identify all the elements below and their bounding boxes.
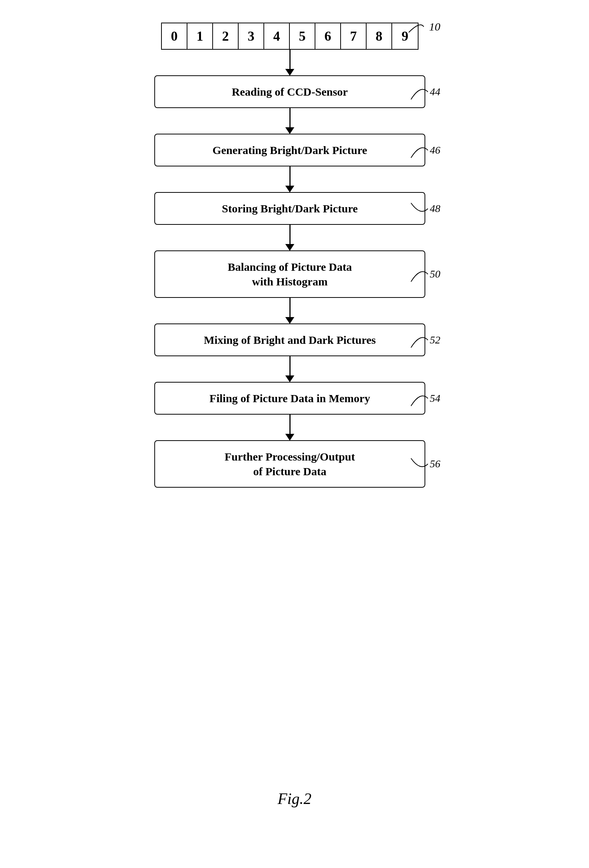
- ref-50-curve: [409, 265, 430, 284]
- step-54-box: Filing of Picture Data in Memory: [154, 382, 425, 415]
- cell-8: 8: [367, 23, 392, 49]
- step-56-label: Further Processing/Output of Picture Dat…: [166, 449, 413, 479]
- ref-56: 56: [409, 455, 440, 473]
- step-50-row: Balancing of Picture Data with Histogram…: [120, 250, 459, 298]
- arrow-5: [289, 298, 291, 323]
- ref-54-number: 54: [430, 392, 440, 404]
- arrow-3: [289, 166, 291, 192]
- ref-48-number: 48: [430, 203, 440, 215]
- ref-46: 46: [409, 141, 440, 160]
- cell-3: 3: [239, 23, 264, 49]
- ref-56-curve: [409, 455, 430, 473]
- step-54-row: Filing of Picture Data in Memory 54: [120, 382, 459, 415]
- cell-5: 5: [290, 23, 315, 49]
- ref-46-number: 46: [430, 144, 440, 156]
- ref-54-curve: [409, 389, 430, 408]
- strip-ref-label: 10: [405, 17, 440, 36]
- ref-56-number: 56: [430, 458, 440, 470]
- step-52-row: Mixing of Bright and Dark Pictures 52: [120, 323, 459, 356]
- step-50-label: Balancing of Picture Data with Histogram: [166, 259, 413, 289]
- ref-48-curve: [409, 199, 430, 218]
- cell-7: 7: [341, 23, 367, 49]
- ref-44-number: 44: [430, 86, 440, 98]
- arrow-4: [289, 225, 291, 250]
- figure-label: Fig.2: [278, 790, 312, 808]
- diagram-container: 0 1 2 3 4 5 6 7 8 9 10 Reading of CCD-Se…: [45, 23, 534, 488]
- step-46-row: Generating Bright/Dark Picture 46: [120, 134, 459, 166]
- step-54-label: Filing of Picture Data in Memory: [166, 391, 413, 406]
- cell-0: 0: [162, 23, 187, 49]
- number-strip: 0 1 2 3 4 5 6 7 8 9: [161, 23, 419, 50]
- cell-2: 2: [213, 23, 239, 49]
- strip-ref-number: 10: [429, 20, 440, 33]
- cell-4: 4: [264, 23, 290, 49]
- step-52-box: Mixing of Bright and Dark Pictures: [154, 323, 425, 356]
- ref-52: 52: [409, 331, 440, 349]
- cell-1: 1: [187, 23, 213, 49]
- step-46-box: Generating Bright/Dark Picture: [154, 134, 425, 166]
- ref-52-curve: [409, 331, 430, 349]
- arrow-7: [289, 415, 291, 440]
- step-44-label: Reading of CCD-Sensor: [166, 84, 413, 99]
- step-48-row: Storing Bright/Dark Picture 48: [120, 192, 459, 225]
- ref-48: 48: [409, 199, 440, 218]
- ref-52-number: 52: [430, 334, 440, 346]
- ref-50: 50: [409, 265, 440, 284]
- arrow-6: [289, 356, 291, 382]
- step-56-row: Further Processing/Output of Picture Dat…: [120, 440, 459, 488]
- step-52-label: Mixing of Bright and Dark Pictures: [166, 333, 413, 347]
- step-56-box: Further Processing/Output of Picture Dat…: [154, 440, 425, 488]
- step-46-label: Generating Bright/Dark Picture: [166, 143, 413, 157]
- ref-50-number: 50: [430, 268, 440, 280]
- arrow-1: [289, 50, 291, 75]
- cell-6: 6: [315, 23, 341, 49]
- step-48-box: Storing Bright/Dark Picture: [154, 192, 425, 225]
- ref-46-curve: [409, 141, 430, 160]
- arrow-2: [289, 108, 291, 134]
- step-48-label: Storing Bright/Dark Picture: [166, 201, 413, 216]
- ref-54: 54: [409, 389, 440, 408]
- step-50-box: Balancing of Picture Data with Histogram: [154, 250, 425, 298]
- strip-ref-curve: [405, 17, 428, 36]
- step-44-row: Reading of CCD-Sensor 44: [120, 75, 459, 108]
- ref-44: 44: [409, 82, 440, 101]
- ref-44-curve: [409, 82, 430, 101]
- step-44-box: Reading of CCD-Sensor: [154, 75, 425, 108]
